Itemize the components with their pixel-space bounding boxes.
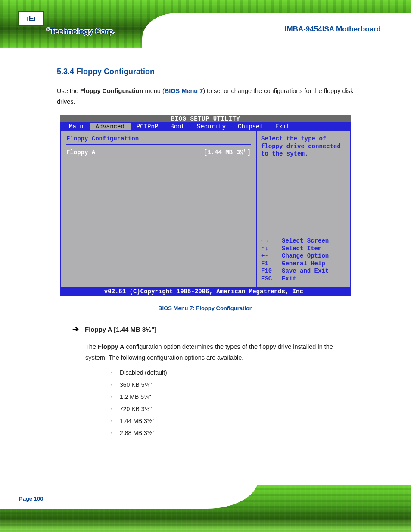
- bios-menu-advanced: Advanced: [90, 123, 131, 130]
- bios-row-value: [1.44 MB 3½"]: [204, 149, 251, 156]
- desc-bold: Floppy A: [98, 343, 124, 350]
- bios-menubar: Main Advanced PCIPnP Boot Security Chips…: [60, 122, 351, 131]
- setting-heading-row: ➔ Floppy A [1.44 MB 3½"]: [72, 324, 411, 334]
- bios-setting-row: Floppy A [1.44 MB 3½"]: [66, 149, 251, 156]
- content-area: 5.3.4 Floppy Configuration Use the Flopp…: [0, 48, 411, 107]
- page-number: Page 100: [19, 495, 43, 502]
- option-item: 2.88 MB 3½": [111, 427, 411, 439]
- logo-text: iEi: [27, 14, 35, 23]
- key-esc: ESC: [261, 275, 282, 283]
- logo: iEi: [18, 11, 44, 26]
- setting-description: The Floppy A configuration option determ…: [85, 342, 355, 363]
- intro-mid: menu (: [143, 87, 165, 94]
- option-item: 720 KB 3½": [111, 403, 411, 415]
- key-f1: F1: [261, 260, 282, 268]
- intro-menu-name: Floppy Configuration: [80, 87, 143, 94]
- bios-panel-title: Floppy Configuration: [66, 135, 251, 142]
- bios-menu-security: Security: [191, 123, 232, 130]
- bios-menu-boot: Boot: [164, 123, 191, 130]
- intro-bios-ref: BIOS Menu 7: [165, 87, 203, 94]
- bios-body: Floppy Configuration Floppy A [1.44 MB 3…: [60, 131, 351, 288]
- key-f1-desc: General Help: [282, 260, 325, 268]
- bios-footer: v02.61 (C)Copyright 1985-2006, American …: [60, 288, 351, 296]
- bios-help-text: Select the type of floppy drive connecte…: [261, 135, 346, 158]
- intro-pre: Use the: [57, 87, 80, 94]
- key-pm: +-: [261, 252, 282, 260]
- bios-menu-pcipnp: PCIPnP: [131, 123, 164, 130]
- key-f10-desc: Save and Exit: [282, 268, 329, 275]
- key-ud: ↑↓: [261, 245, 282, 253]
- option-item: 1.2 MB 5¼": [111, 391, 411, 403]
- registered-mark: ®: [47, 27, 50, 32]
- key-pm-desc: Change Option: [282, 252, 329, 260]
- arrow-right-icon: ➔: [72, 324, 79, 334]
- bios-divider: [66, 144, 251, 145]
- key-esc-desc: Exit: [282, 275, 296, 283]
- section-heading: 5.3.4 Floppy Configuration: [57, 67, 355, 76]
- option-item: 1.44 MB 3½": [111, 415, 411, 427]
- product-title: IMBA-9454ISA Motherboard: [285, 25, 381, 34]
- figure-caption: BIOS Menu 7: Floppy Configuration: [0, 305, 411, 311]
- bios-title: BIOS SETUP UTILITY: [60, 115, 351, 122]
- bios-key-legend: ←→Select Screen ↑↓Select Item +-Change O…: [261, 237, 346, 283]
- bios-left-panel: Floppy Configuration Floppy A [1.44 MB 3…: [61, 131, 257, 287]
- desc-pre: The: [85, 343, 98, 350]
- key-lr-desc: Select Screen: [282, 237, 329, 245]
- header-banner: iEi ®Technology Corp. IMBA-9454ISA Mothe…: [0, 0, 411, 48]
- logo-tagline: ®Technology Corp.: [47, 27, 115, 36]
- bios-row-label: Floppy A: [66, 149, 95, 156]
- options-list: Disabled (default) 360 KB 5¼" 1.2 MB 5¼"…: [111, 367, 411, 439]
- tagline-text: Technology Corp.: [50, 27, 115, 36]
- setting-name: Floppy A [1.44 MB 3½"]: [85, 326, 156, 333]
- bios-right-panel: Select the type of floppy drive connecte…: [257, 131, 350, 287]
- bios-menu-exit: Exit: [269, 123, 296, 130]
- option-item: 360 KB 5¼": [111, 379, 411, 391]
- key-ud-desc: Select Item: [282, 245, 321, 253]
- bios-screenshot: BIOS SETUP UTILITY Main Advanced PCIPnP …: [60, 115, 351, 296]
- option-item: Disabled (default): [111, 367, 411, 379]
- footer-banner: [0, 485, 411, 532]
- key-lr: ←→: [261, 237, 282, 245]
- bios-menu-chipset: Chipset: [232, 123, 269, 130]
- bios-menu-main: Main: [63, 123, 90, 130]
- intro-paragraph: Use the Floppy Configuration menu (BIOS …: [57, 86, 355, 107]
- key-f10: F10: [261, 268, 282, 275]
